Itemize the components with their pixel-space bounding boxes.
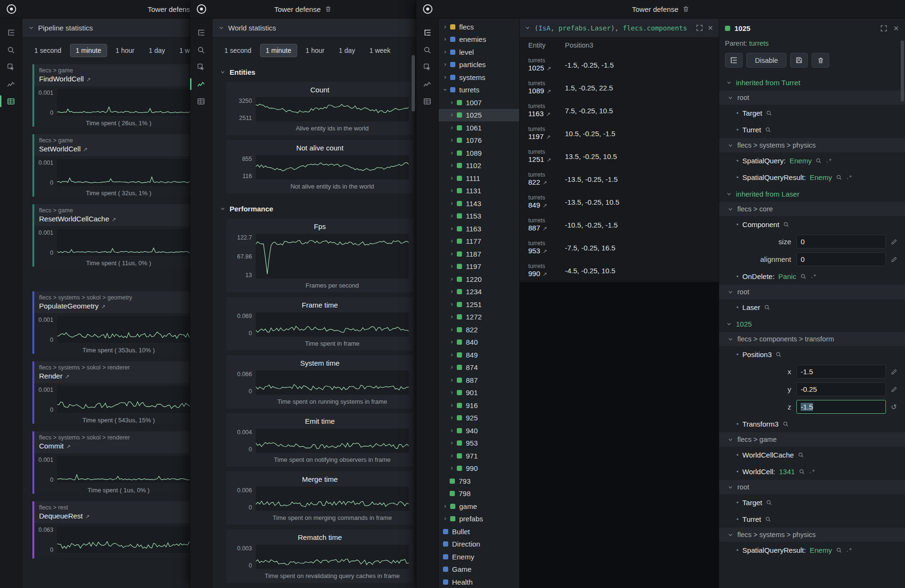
expand-icon[interactable] — [696, 24, 703, 31]
entity-cell[interactable]: turrets1089↗ — [520, 80, 565, 95]
time-range-1-minute[interactable]: 1 minute — [70, 44, 107, 57]
inspector-section-header[interactable]: 1025 — [719, 316, 905, 332]
nav-search-icon[interactable] — [419, 42, 435, 57]
inspector-group-header[interactable]: root — [719, 480, 905, 494]
edit-pencil-icon[interactable] — [890, 256, 898, 263]
parent-link[interactable]: turrets — [749, 40, 769, 47]
component-value-link[interactable]: 1341 — [779, 468, 794, 476]
tree-item-enemies[interactable]: enemies — [439, 33, 519, 46]
time-range-1-minute[interactable]: 1 minute — [260, 44, 297, 57]
tree-item-Direction[interactable]: Direction — [439, 538, 519, 551]
time-range-1-hour[interactable]: 1 hour — [300, 44, 331, 57]
tree-item-turrets[interactable]: turrets — [439, 84, 519, 97]
nav-table-icon[interactable] — [193, 94, 209, 109]
nav-inspect-icon[interactable] — [3, 60, 19, 74]
scrollbar-thumb[interactable] — [901, 40, 904, 101]
tree-item-1076[interactable]: 1076 — [439, 134, 519, 147]
inspector-group-header[interactable]: root — [719, 90, 905, 105]
nav-chart-icon[interactable] — [3, 77, 19, 91]
tree-item-990[interactable]: 990 — [439, 462, 519, 475]
query-expr-icon[interactable]: .* — [846, 174, 852, 180]
tree-item-916[interactable]: 916 — [439, 399, 519, 412]
tree-item-1089[interactable]: 1089 — [439, 147, 519, 159]
inspector-group-header[interactable]: flecs > components > transform — [719, 332, 905, 346]
tree-item-793[interactable]: 793 — [439, 475, 519, 488]
time-range-1-second[interactable]: 1 second — [219, 44, 257, 57]
close-icon[interactable] — [893, 25, 899, 32]
tree-item-particles[interactable]: particles — [439, 59, 519, 71]
tree-item-1153[interactable]: 1153 — [439, 210, 519, 223]
stat-name-link[interactable]: SetWorldCell↗ — [39, 145, 190, 153]
tree-item-822[interactable]: 822 — [439, 323, 519, 336]
entity-cell[interactable]: turrets1197↗ — [520, 126, 565, 141]
tree-item-798[interactable]: 798 — [439, 488, 519, 500]
scrollbar-thumb[interactable] — [412, 55, 415, 111]
tree-item-flecs[interactable]: flecs — [439, 20, 519, 33]
nav-inspect-icon[interactable] — [419, 60, 435, 74]
disable-button[interactable]: Disable — [746, 53, 786, 68]
entity-cell[interactable]: turrets1163↗ — [520, 103, 565, 118]
component-value-link[interactable]: Enemy — [810, 173, 832, 181]
stat-name-link[interactable]: Render↗ — [39, 372, 190, 380]
entity-cell[interactable]: turrets1025↗ — [520, 57, 565, 72]
search-icon[interactable] — [765, 516, 771, 522]
nav-chart-icon[interactable] — [193, 77, 209, 91]
stat-name-link[interactable]: FindWorldCell↗ — [39, 75, 190, 83]
nav-tree-icon[interactable] — [193, 25, 209, 40]
time-range-1-day[interactable]: 1 day — [333, 44, 361, 57]
inspector-group-header[interactable]: flecs > systems > physics — [719, 138, 905, 152]
tree-view-button[interactable] — [725, 53, 743, 68]
nav-chart-icon[interactable] — [419, 77, 435, 91]
tree-item-1220[interactable]: 1220 — [439, 273, 519, 286]
search-icon[interactable] — [766, 110, 772, 116]
inspector-group-header[interactable]: flecs > game — [719, 432, 905, 447]
tree-item-Health[interactable]: Health — [439, 576, 519, 588]
section-header-entities[interactable]: Entities — [212, 61, 416, 80]
tree-item-1272[interactable]: 1272 — [439, 311, 519, 324]
undo-icon[interactable]: ↺ — [890, 403, 898, 411]
tree-item-971[interactable]: 971 — [439, 449, 519, 462]
nav-search-icon[interactable] — [3, 42, 19, 57]
search-icon[interactable] — [799, 468, 805, 475]
search-icon[interactable] — [764, 304, 770, 310]
tree-item-953[interactable]: 953 — [439, 437, 519, 450]
time-range-1-hour[interactable]: 1 hour — [110, 44, 141, 57]
panel-header-world[interactable]: World statistics — [212, 19, 416, 38]
tree-item-1177[interactable]: 1177 — [439, 235, 519, 248]
tree-item-887[interactable]: 887 — [439, 374, 519, 387]
section-header-performance[interactable]: Performance — [212, 198, 416, 217]
tree-item-940[interactable]: 940 — [439, 424, 519, 437]
tree-item-1187[interactable]: 1187 — [439, 248, 519, 260]
inspector-group-header[interactable]: flecs > core — [719, 202, 905, 216]
time-range-1-week[interactable]: 1 week — [173, 44, 190, 57]
tree-item-925[interactable]: 925 — [439, 412, 519, 425]
time-range-1-second[interactable]: 1 second — [29, 44, 67, 57]
tree-item-game[interactable]: game — [439, 500, 519, 513]
query-expr-icon[interactable]: .* — [810, 273, 816, 279]
search-icon[interactable] — [783, 421, 789, 427]
entity-cell[interactable]: turrets1251↗ — [520, 149, 565, 164]
entity-cell[interactable]: turrets849↗ — [520, 194, 565, 209]
inspector-group-header[interactable]: root — [719, 285, 905, 299]
save-button[interactable] — [790, 53, 808, 68]
tree-item-Bullet[interactable]: Bullet — [439, 525, 519, 538]
search-icon[interactable] — [765, 127, 771, 133]
close-icon[interactable] — [707, 25, 714, 31]
query-expr-icon[interactable]: .* — [825, 158, 832, 164]
delete-button[interactable] — [812, 53, 829, 68]
tree-item-1163[interactable]: 1163 — [439, 222, 519, 235]
nav-tree-icon[interactable] — [419, 25, 435, 40]
query-expr-icon[interactable]: .* — [846, 547, 852, 553]
tree-item-1131[interactable]: 1131 — [439, 185, 519, 198]
search-icon[interactable] — [836, 547, 842, 553]
tree-item-level[interactable]: level — [439, 46, 519, 59]
tree-item-systems[interactable]: systems — [439, 71, 519, 84]
field-input-size[interactable]: 0 — [796, 235, 886, 249]
entity-cell[interactable]: turrets953↗ — [520, 240, 565, 255]
tree-item-1061[interactable]: 1061 — [439, 121, 519, 134]
tree-item-1102[interactable]: 1102 — [439, 159, 519, 172]
field-input-x[interactable]: -1.5 — [796, 365, 886, 379]
tree-item-1234[interactable]: 1234 — [439, 286, 519, 299]
inspector-section-header[interactable]: inherited from Laser — [719, 186, 905, 202]
field-input-y[interactable]: -0.25 — [796, 382, 886, 396]
